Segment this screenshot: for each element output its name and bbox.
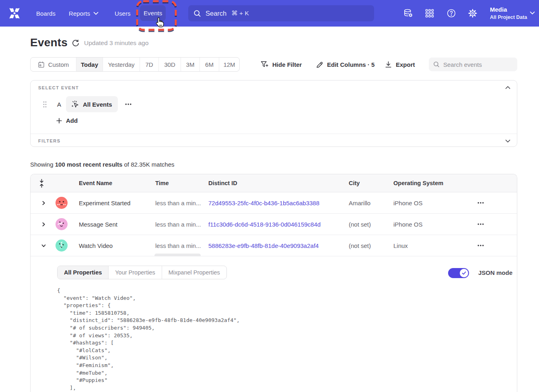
cell-event-name: Experiment Started [79, 200, 155, 206]
collapse-all-rows-icon[interactable] [39, 179, 44, 188]
cell-time: less than a min... [155, 221, 208, 228]
cell-os: iPhone OS [393, 221, 467, 228]
cell-city: (not set) [349, 221, 393, 228]
cell-distinct-id-link[interactable]: 5886283e-e9fb-48fb-81de-40e9093a2af4 [208, 242, 349, 249]
row-more-icon[interactable] [477, 242, 484, 249]
nav-item-boards-label: Boards [36, 10, 56, 17]
magic-cursor-icon [71, 100, 79, 109]
search-icon [433, 61, 440, 68]
hide-filter-label: Hide Filter [272, 61, 302, 68]
date-range-30d[interactable]: 30D [159, 58, 181, 71]
date-range-30d-label: 30D [164, 61, 175, 68]
table-row-watch-video[interactable]: Watch Video less than a min... 5886283e-… [31, 235, 517, 256]
row-more-icon[interactable] [477, 221, 484, 228]
edit-columns-button[interactable]: Edit Columns · 5 [316, 57, 374, 72]
results-summary-count: 100 most recent results [55, 161, 123, 168]
column-header-distinct-id[interactable]: Distinct ID [208, 180, 349, 186]
checkmark-icon [461, 270, 467, 276]
tab-all-properties[interactable]: All Properties [58, 266, 109, 279]
add-event-button[interactable]: Add [56, 117, 78, 124]
json-mode-label: JSON mode [478, 269, 512, 276]
tab-all-properties-label: All Properties [64, 269, 102, 276]
expand-filters-chevron-down-icon[interactable] [505, 139, 510, 143]
date-range-today-label: Today [81, 61, 98, 68]
export-button[interactable]: Export [385, 57, 415, 72]
search-events-input[interactable]: Search events [429, 58, 517, 71]
cell-distinct-id-link[interactable]: f11c30d6-dc6d-4518-9136-0d046159c84d [208, 221, 349, 228]
mixpanel-logo-icon[interactable] [8, 7, 21, 19]
global-search-input[interactable]: Search ⌘ + K [188, 5, 374, 21]
select-event-label: SELECT EVENT [38, 85, 79, 90]
column-header-city[interactable]: City [349, 180, 393, 186]
date-range-picker: Custom Today Yesterday 7D 30D 3M 6M 12M [30, 57, 240, 72]
cell-city: (not set) [349, 242, 393, 249]
cell-os: iPhone OS [393, 200, 467, 206]
project-selector[interactable]: Media All Project Data [490, 6, 527, 21]
expand-row-chevron-right-icon[interactable] [41, 201, 46, 205]
tab-mixpanel-properties[interactable]: Mixpanel Properties [162, 266, 226, 279]
add-event-label: Add [66, 117, 78, 124]
global-search-shortcut: ⌘ + K [231, 10, 249, 17]
table-row-message-sent[interactable]: Message Sent less than a min... f11c30d6… [31, 214, 517, 235]
drag-handle-icon[interactable] [43, 101, 47, 108]
date-range-custom[interactable]: Custom [31, 58, 76, 71]
hide-filter-button[interactable]: Hide Filter [261, 57, 302, 72]
date-range-3m[interactable]: 3M [181, 58, 200, 71]
event-avatar-red [56, 197, 68, 209]
cell-os: Linux [393, 242, 467, 249]
nav-item-events[interactable]: Events [140, 5, 166, 21]
project-chevron-down-icon[interactable] [530, 11, 535, 15]
event-query-row: A All Events [31, 96, 517, 113]
download-icon [385, 61, 392, 68]
project-name: Media [490, 6, 527, 13]
date-range-7d[interactable]: 7D [140, 58, 159, 71]
page-title: Events [30, 36, 68, 49]
cell-time: less than a min... [155, 200, 208, 206]
column-header-os[interactable]: Operating System [393, 180, 467, 186]
edit-columns-label: Edit Columns · 5 [327, 61, 374, 68]
column-header-time[interactable]: Time [155, 180, 208, 186]
date-range-today[interactable]: Today [76, 58, 103, 71]
all-events-chip[interactable]: All Events [66, 96, 118, 112]
event-row-letter: A [57, 101, 61, 108]
date-range-6m[interactable]: 6M [200, 58, 219, 71]
all-events-chip-label: All Events [83, 101, 112, 108]
column-header-event-name[interactable]: Event Name [79, 180, 155, 186]
json-mode-toggle[interactable] [448, 268, 469, 278]
event-avatar-teal [56, 239, 68, 252]
funnel-plus-icon [261, 61, 268, 68]
cell-city: Amarillo [349, 200, 393, 206]
tab-your-properties[interactable]: Your Properties [109, 266, 162, 279]
events-table: Event Name Time Distinct ID City Operati… [30, 174, 517, 392]
cell-distinct-id-link[interactable]: 72d49553-25fc-4f0c-b436-1b5ac6ab3388 [208, 200, 349, 206]
date-range-yesterday-label: Yesterday [108, 61, 134, 68]
collapse-section-chevron-up-icon[interactable] [505, 86, 510, 89]
row-more-icon[interactable] [477, 199, 484, 206]
nav-item-reports-label: Reports [69, 10, 90, 17]
nav-item-boards[interactable]: Boards [36, 0, 56, 27]
chevron-down-icon [93, 12, 99, 15]
table-row-experiment-started[interactable]: Experiment Started less than a min... 72… [31, 192, 517, 214]
help-icon[interactable] [446, 8, 456, 18]
date-range-yesterday[interactable]: Yesterday [103, 58, 140, 71]
date-range-12m[interactable]: 12M [219, 58, 239, 71]
pencil-icon [316, 61, 323, 68]
section-divider [31, 134, 517, 134]
collapse-row-chevron-down-icon[interactable] [41, 243, 46, 248]
event-row-more-icon[interactable] [125, 101, 132, 108]
nav-item-reports[interactable]: Reports [69, 0, 99, 27]
settings-gear-icon[interactable] [468, 8, 477, 18]
expand-row-chevron-right-icon[interactable] [41, 222, 46, 227]
cell-time: less than a min... [155, 242, 208, 249]
nav-item-users[interactable]: Users [115, 0, 131, 27]
event-json-viewer: { "event": "Watch Video", "properties": … [57, 287, 240, 392]
apps-grid-icon[interactable] [425, 8, 434, 18]
refresh-icon[interactable] [72, 39, 79, 47]
data-management-icon[interactable] [403, 8, 413, 18]
nav-item-events-label: Events [144, 10, 162, 17]
row-detail-panel: All Properties Your Properties Mixpanel … [31, 256, 517, 392]
export-label: Export [396, 61, 415, 68]
event-avatar-pink [56, 218, 68, 230]
date-range-custom-label: Custom [48, 61, 69, 68]
calendar-icon [38, 61, 45, 68]
